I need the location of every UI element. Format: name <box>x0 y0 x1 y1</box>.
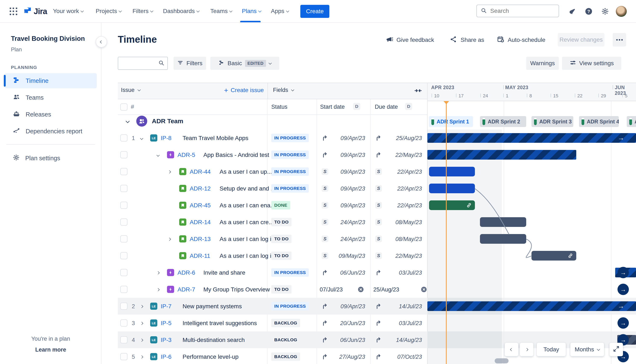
help-icon[interactable]: ? <box>584 7 593 16</box>
issue-key[interactable]: IP-7 <box>161 303 172 310</box>
due-date-value[interactable]: 08/May/23 <box>396 236 422 242</box>
settings-gear-icon[interactable] <box>601 7 610 16</box>
learn-more-link[interactable]: Learn more <box>0 346 101 353</box>
row-checkbox[interactable] <box>120 235 128 242</box>
chevron-right-icon[interactable] <box>140 338 143 342</box>
nav-item-teams[interactable]: Teams <box>210 0 232 22</box>
gantt-bar[interactable] <box>480 234 526 244</box>
filters-button[interactable]: Filters <box>174 57 206 70</box>
chevron-down-icon[interactable] <box>126 120 129 124</box>
row-checkbox[interactable] <box>120 202 128 209</box>
row-checkbox[interactable] <box>120 302 128 310</box>
sprint-chip[interactable]: ADR Sprint 1 <box>429 116 473 127</box>
row-checkbox[interactable] <box>120 353 128 360</box>
sprint-chip[interactable]: ADR Sprint 4 <box>579 116 619 127</box>
row-checkbox[interactable] <box>120 168 128 175</box>
collapse-fields-icon[interactable] <box>414 86 422 96</box>
row-checkbox[interactable] <box>120 134 128 142</box>
due-date-value[interactable]: 03/Jul/23 <box>399 320 422 326</box>
fields-dropdown[interactable]: Fields <box>273 87 294 93</box>
row-checkbox[interactable] <box>120 336 128 344</box>
chevron-right-icon[interactable] <box>157 288 159 292</box>
issue-summary[interactable]: App Basics - Android test <box>204 152 269 158</box>
nav-item-your-work[interactable]: Your work <box>53 0 83 22</box>
row-checkbox[interactable] <box>120 185 128 192</box>
search-input[interactable] <box>490 7 550 14</box>
start-date-value[interactable]: 09/May/23 <box>338 253 365 259</box>
start-date-value[interactable]: 09/Apr/23 <box>340 202 365 209</box>
chevron-right-icon[interactable] <box>140 305 143 308</box>
issue-key[interactable]: ADR-12 <box>190 185 211 192</box>
app-switcher-icon[interactable] <box>10 8 18 16</box>
gantt-bar-parent[interactable] <box>427 133 636 143</box>
row-checkbox[interactable] <box>120 286 128 293</box>
status-badge[interactable]: TO DO <box>271 235 292 243</box>
view-settings-button[interactable]: View settings <box>562 57 621 70</box>
status-badge[interactable]: BACKLOG <box>271 352 300 361</box>
status-badge[interactable]: TO DO <box>271 285 292 294</box>
remove-start-date-icon[interactable] <box>358 286 364 293</box>
sidebar-item-plan-settings[interactable]: Plan settings <box>5 150 97 166</box>
action-share-as[interactable]: Share as <box>450 33 484 47</box>
status-badge[interactable]: TO DO <box>271 218 292 226</box>
sidebar-item-releases[interactable]: Releases <box>5 107 97 122</box>
status-badge[interactable]: IN PROGRESS <box>271 268 309 277</box>
nav-item-apps[interactable]: Apps <box>271 0 289 22</box>
issue-key[interactable]: ADR-44 <box>190 168 211 175</box>
view-mode-button[interactable]: Basic EDITED <box>210 57 279 70</box>
due-date-value[interactable]: 07/Oct/23 <box>397 354 422 360</box>
zoom-range-dropdown[interactable]: Months <box>570 343 604 356</box>
start-date-value[interactable]: 24/Apr/23 <box>340 236 365 242</box>
horizontal-scrollbar-thumb[interactable] <box>495 358 508 363</box>
status-badge[interactable]: IN PROGRESS <box>271 168 309 176</box>
due-date-value[interactable]: 03/Jul/23 <box>399 270 422 276</box>
more-options-button[interactable] <box>613 33 626 46</box>
issue-summary[interactable]: Intelligent travel suggestions <box>182 320 257 326</box>
issue-summary[interactable]: New payment systems <box>182 303 242 310</box>
start-date-value[interactable]: 09/Apr/23 <box>340 135 365 142</box>
start-date-value[interactable]: 09/Apr/23 <box>340 169 365 175</box>
sidebar-collapse-button[interactable] <box>96 36 107 48</box>
create-button[interactable]: Create <box>300 5 329 18</box>
row-checkbox[interactable] <box>120 151 128 158</box>
chevron-right-icon[interactable] <box>168 238 170 241</box>
chevron-down-icon[interactable] <box>140 136 143 140</box>
sprint-chip[interactable]: ADR Sprint 5 <box>627 116 636 127</box>
issue-key[interactable]: ADR-5 <box>178 152 195 158</box>
status-badge[interactable]: TO DO <box>271 252 292 260</box>
gantt-bar-parent[interactable] <box>427 150 576 160</box>
nav-item-filters[interactable]: Filters <box>132 0 153 22</box>
issue-key[interactable]: ADR-45 <box>190 202 211 209</box>
user-avatar[interactable] <box>616 6 627 17</box>
row-checkbox[interactable] <box>120 218 128 226</box>
issue-summary[interactable]: As a user I can log i... <box>220 236 276 242</box>
issue-key[interactable]: IP-3 <box>161 337 172 344</box>
issue-key[interactable]: ADR-6 <box>178 269 195 276</box>
offscreen-bar-arrow-circle[interactable]: → <box>618 284 629 295</box>
issue-key[interactable]: IP-8 <box>161 135 172 142</box>
sidebar-item-teams[interactable]: Teams <box>5 90 97 105</box>
issue-summary[interactable]: As a user I can log i... <box>220 252 276 259</box>
offscreen-bar-arrow-circle[interactable]: → <box>618 267 629 278</box>
nav-item-projects[interactable]: Projects <box>96 0 121 22</box>
issue-summary[interactable]: Performance level-up <box>182 354 238 360</box>
start-date-value[interactable]: 24/Apr/23 <box>340 219 365 226</box>
issue-summary[interactable]: As a user I can ena... <box>220 202 275 209</box>
row-checkbox[interactable] <box>120 320 128 326</box>
status-badge[interactable]: IN PROGRESS <box>271 184 309 192</box>
due-date-value[interactable]: 25/Aug/23 <box>396 135 422 142</box>
gantt-bar[interactable] <box>429 184 475 193</box>
start-date-value[interactable]: 09/Apr/23 <box>340 152 365 158</box>
due-date-value[interactable]: 14/Jul/23 <box>399 303 422 310</box>
due-date-value[interactable]: 08/May/23 <box>396 219 422 226</box>
issue-key[interactable]: ADR-7 <box>178 286 195 293</box>
action-give-feedback[interactable]: Give feedback <box>386 33 434 47</box>
create-issue-button[interactable]: + Create issue <box>224 87 264 94</box>
start-date-value[interactable]: 20/Jun/23 <box>340 320 365 326</box>
chevron-right-icon[interactable] <box>140 322 143 325</box>
chevron-right-icon[interactable] <box>157 271 159 275</box>
due-date-value[interactable]: 14/Aug/23 <box>396 337 422 344</box>
chevron-right-icon[interactable] <box>140 355 143 359</box>
chevron-down-icon[interactable] <box>157 153 159 157</box>
start-date-value[interactable]: 06/Jun/23 <box>340 337 365 344</box>
